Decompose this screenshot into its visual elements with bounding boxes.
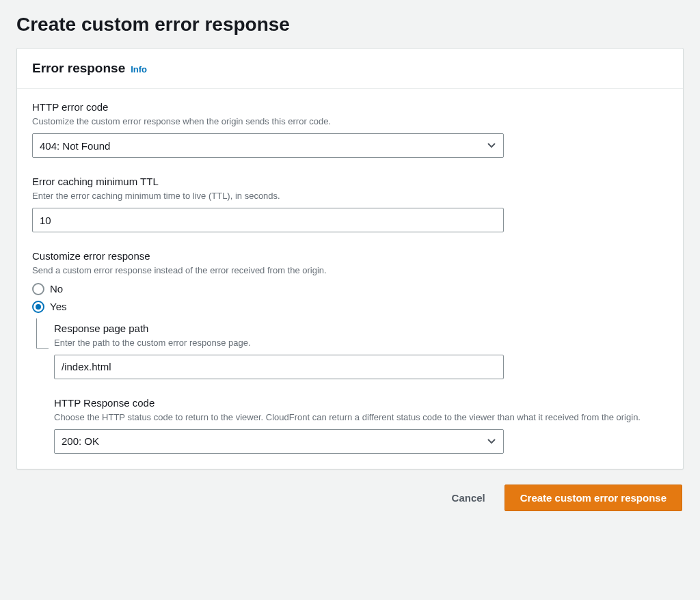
panel-body: HTTP error code Customize the custom err… [17,89,683,469]
tree-connector-icon [36,318,49,349]
radio-label: Yes [50,301,66,312]
radio-option-yes[interactable]: Yes [32,301,668,313]
field-label: HTTP Response code [54,397,668,409]
error-ttl-input[interactable] [32,208,504,232]
create-custom-error-response-button[interactable]: Create custom error response [504,485,682,511]
panel-header-title: Error response [32,61,125,76]
field-label: Customize error response [32,250,668,262]
field-label: HTTP error code [32,101,668,113]
error-response-panel: Error response Info HTTP error code Cust… [16,48,684,469]
field-customize-error-response: Customize error response Send a custom e… [32,250,668,454]
field-desc: Customize the custom error response when… [32,115,668,128]
select-value: 404: Not Found [32,133,504,158]
radio-option-no[interactable]: No [32,283,668,295]
field-error-ttl: Error caching minimum TTL Enter the erro… [32,176,668,232]
footer-actions: Cancel Create custom error response [16,485,684,511]
field-desc: Enter the error caching minimum time to … [32,190,668,202]
radio-icon [32,301,44,313]
response-page-path-input[interactable] [54,355,504,379]
radio-icon [32,283,44,295]
select-value: 200: OK [54,429,504,454]
field-desc: Choose the HTTP status code to return to… [54,411,668,424]
info-link[interactable]: Info [131,64,147,74]
cancel-button[interactable]: Cancel [445,485,492,510]
radio-label: No [50,283,63,295]
http-response-code-select[interactable]: 200: OK [54,429,504,454]
http-error-code-select[interactable]: 404: Not Found [32,133,504,158]
panel-header: Error response Info [17,49,683,89]
radio-dot-icon [36,304,41,310]
field-label: Response page path [54,323,668,334]
customize-nested-block: Response page path Enter the path to the… [32,323,668,454]
field-response-page-path: Response page path Enter the path to the… [54,323,668,379]
field-http-error-code: HTTP error code Customize the custom err… [32,101,668,158]
field-http-response-code: HTTP Response code Choose the HTTP statu… [54,397,668,454]
field-desc: Send a custom error response instead of … [32,264,668,277]
page-title: Create custom error response [16,14,684,36]
field-desc: Enter the path to the custom error respo… [54,337,668,349]
field-label: Error caching minimum TTL [32,176,668,187]
